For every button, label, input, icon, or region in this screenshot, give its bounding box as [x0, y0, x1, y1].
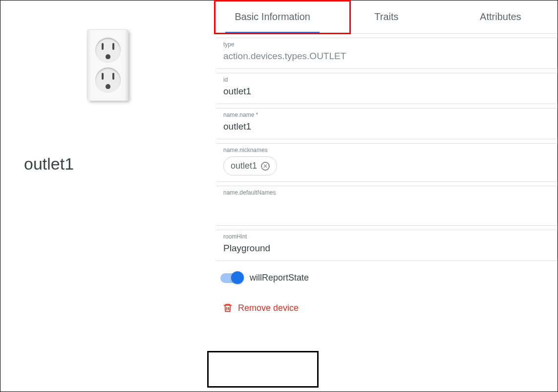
trash-icon: [222, 303, 233, 313]
toggle-label: willReportState: [250, 273, 309, 283]
field-name-defaultnames[interactable]: name.defaultNames: [215, 186, 558, 226]
tab-basic-information[interactable]: Basic Information: [215, 0, 329, 33]
field-label: id: [223, 76, 549, 83]
main-panel: Basic Information Traits Attributes type…: [215, 0, 558, 392]
remove-chip-icon[interactable]: ✕: [261, 162, 270, 171]
field-label: type: [223, 41, 549, 48]
field-name-name[interactable]: name.name * outlet1: [215, 108, 558, 139]
remove-device-button[interactable]: Remove device: [215, 291, 558, 325]
tab-label: Basic Information: [235, 11, 310, 22]
tab-attributes[interactable]: Attributes: [444, 0, 558, 33]
device-sidebar: outlet1: [0, 0, 215, 392]
will-report-state-row: willReportState: [215, 265, 558, 291]
nickname-chip[interactable]: outlet1 ✕: [223, 156, 277, 175]
tab-label: Traits: [374, 11, 398, 22]
tab-traits[interactable]: Traits: [329, 0, 443, 33]
will-report-state-toggle[interactable]: [220, 273, 243, 283]
field-roomhint[interactable]: roomHint Playground: [215, 230, 558, 261]
field-label: roomHint: [223, 233, 549, 240]
field-type[interactable]: type action.devices.types.OUTLET: [215, 38, 558, 69]
field-value: Playground: [223, 243, 549, 255]
tab-label: Attributes: [480, 11, 521, 22]
field-label: name.defaultNames: [223, 189, 549, 196]
field-name-nicknames[interactable]: name.nicknames outlet1 ✕: [215, 143, 558, 182]
field-value: [223, 199, 549, 211]
field-value: action.devices.types.OUTLET: [223, 51, 549, 63]
chip-label: outlet1: [231, 161, 257, 171]
tabs: Basic Information Traits Attributes: [215, 0, 558, 34]
field-value: outlet1 ✕: [223, 156, 549, 175]
field-value: outlet1: [223, 121, 549, 133]
basic-info-form: type action.devices.types.OUTLET id outl…: [215, 34, 558, 325]
field-id[interactable]: id outlet1: [215, 73, 558, 104]
device-title: outlet1: [24, 154, 74, 174]
remove-device-label: Remove device: [238, 303, 299, 313]
device-outlet-image: [87, 30, 129, 101]
field-value: outlet1: [223, 86, 549, 98]
field-label: name.name *: [223, 111, 549, 118]
field-label: name.nicknames: [223, 147, 549, 153]
